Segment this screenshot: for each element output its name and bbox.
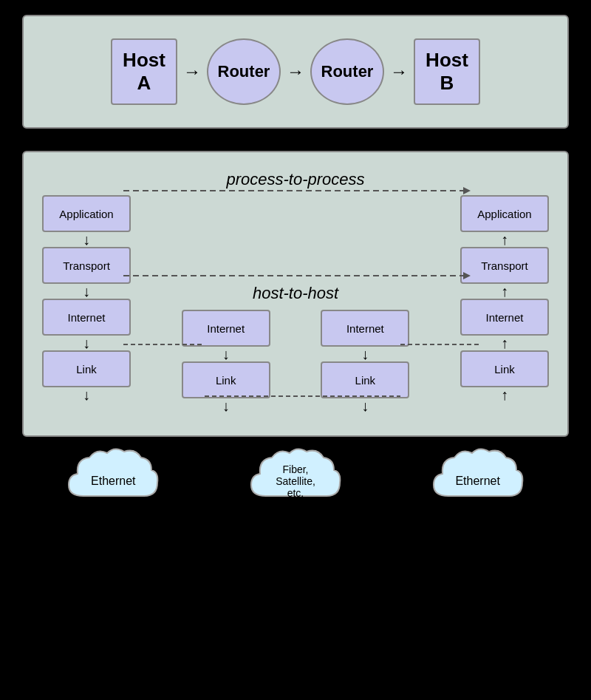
bottom-section: process-to-process Application ↓ Transpo…	[22, 151, 569, 518]
middle-cloud-label: Fiber, Satellite, etc.	[276, 463, 315, 499]
host-a-label: Host A	[123, 49, 165, 95]
host-a-box: Host A	[111, 38, 177, 105]
left-host-link: Link	[42, 350, 131, 387]
right-link-up-arrow: ↑	[501, 387, 508, 402]
left-router-internet: Internet	[182, 310, 270, 347]
host-b-label: Host B	[426, 49, 468, 95]
arrow-router2-to-host-b: →	[384, 61, 414, 82]
left-host-internet: Internet	[42, 299, 131, 336]
top-diagram: Host A → Router → Router → Host B	[22, 15, 569, 129]
left-host-application: Application	[42, 195, 131, 232]
right-host-link: Link	[460, 350, 549, 387]
host-to-host-label: host-to-host	[253, 284, 338, 303]
right-link-to-internet-arrow: ↑	[501, 336, 508, 350]
right-ethernet-cloud: Ethernet	[426, 444, 530, 518]
right-transport-to-app-arrow: ↑	[501, 232, 508, 247]
right-internet-to-transport-arrow: ↑	[501, 284, 508, 299]
left-link-down-arrow: ↓	[83, 387, 90, 402]
router1-circle: Router	[207, 38, 281, 105]
clouds-row: Ethernet Fiber, Satellite, etc. Ethernet	[22, 444, 569, 518]
left-router-link-down-arrow: ↓	[222, 398, 230, 413]
right-router-internet-to-link-arrow: ↓	[361, 347, 369, 361]
left-ethernet-cloud: Ethernet	[61, 444, 165, 518]
router2-label: Router	[321, 62, 374, 81]
process-to-process-label: process-to-process	[226, 170, 364, 189]
left-app-to-transport-arrow: ↓	[83, 232, 90, 247]
right-router-link-up-arrow: ↓	[361, 398, 369, 413]
left-host-transport: Transport	[42, 247, 131, 284]
host-b-box: Host B	[414, 38, 480, 105]
left-ethernet-label: Ethernet	[91, 475, 135, 488]
left-router-internet-to-link-arrow: ↓	[222, 347, 230, 361]
router2-circle: Router	[310, 38, 384, 105]
left-router-link: Link	[182, 361, 270, 398]
right-host-transport: Transport	[460, 247, 549, 284]
right-host-internet: Internet	[460, 299, 549, 336]
right-router-link: Link	[321, 361, 409, 398]
right-ethernet-label: Ethernet	[455, 475, 499, 488]
left-transport-to-internet-arrow: ↓	[83, 284, 90, 299]
arrow-router1-to-router2: →	[281, 61, 310, 82]
middle-cloud: Fiber, Satellite, etc.	[244, 444, 347, 518]
right-host-application: Application	[460, 195, 549, 232]
left-internet-to-link-arrow: ↓	[83, 336, 90, 350]
router1-label: Router	[218, 62, 270, 81]
bottom-diagram: process-to-process Application ↓ Transpo…	[22, 151, 569, 437]
arrow-host-a-to-router1: →	[177, 61, 207, 82]
right-router-internet: Internet	[321, 310, 409, 347]
